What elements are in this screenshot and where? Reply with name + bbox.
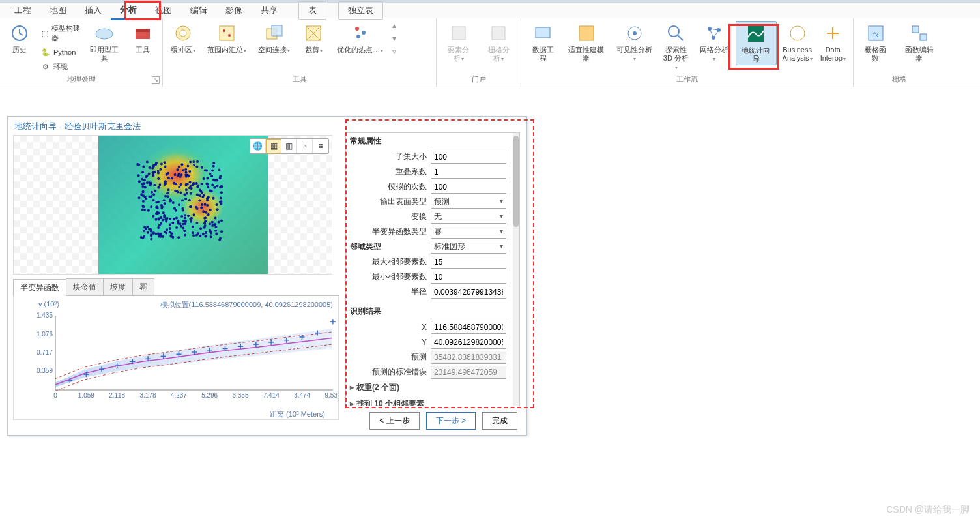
environments-button[interactable]: ⚙环境 <box>40 60 81 73</box>
identify-y[interactable] <box>431 336 506 349</box>
svg-point-100 <box>138 196 141 199</box>
tab-semivariogram[interactable]: 半变异函数 <box>13 279 66 296</box>
svg-point-321 <box>150 233 152 236</box>
visibility-button[interactable]: 可见性分析 <box>613 21 656 65</box>
subset-size-input[interactable] <box>431 151 506 164</box>
identify-x[interactable] <box>431 321 506 334</box>
svg-point-336 <box>212 179 215 181</box>
watermark: CSDN @请给我一脚 <box>886 504 970 516</box>
group-launcher[interactable]: ↘ <box>152 76 160 84</box>
data-engineering-button[interactable]: 数据工程 <box>526 21 559 64</box>
svg-point-172 <box>204 220 207 222</box>
finish-button[interactable]: 完成 <box>482 412 517 430</box>
tab-table[interactable]: 表 <box>298 1 326 20</box>
svg-point-168 <box>159 168 162 171</box>
tab-slope[interactable]: 坡度 <box>103 278 133 295</box>
svg-point-291 <box>220 185 223 188</box>
python-button[interactable]: 🐍Python <box>40 46 81 59</box>
svg-point-180 <box>152 193 155 196</box>
geostatistical-wizard-button[interactable]: 地统计向导 <box>736 21 777 65</box>
function-editor-button[interactable]: 函数编辑器 <box>899 21 940 64</box>
hotspot-button[interactable]: 优化的热点… <box>334 21 386 56</box>
min-neighbors-input[interactable] <box>431 271 506 284</box>
svg-point-283 <box>195 182 198 185</box>
svg-point-289 <box>174 190 177 192</box>
svg-text:0: 0 <box>53 392 57 399</box>
tab-view[interactable]: 视图 <box>146 2 181 19</box>
svg-point-188 <box>181 199 184 201</box>
exploratory-3d-button[interactable]: 探索性 3D 分析 <box>659 21 692 73</box>
network-analysis-button[interactable]: 网络分析 <box>696 21 732 65</box>
suitability-modeler-button[interactable]: 适宜性建模器 <box>563 21 609 64</box>
buffer-button[interactable]: 缓冲区 <box>168 21 198 56</box>
transform-select[interactable]: 无 <box>431 211 506 224</box>
tab-project[interactable]: 工程 <box>5 2 40 19</box>
summarize-within-button[interactable]: 范围内汇总 <box>205 21 249 56</box>
svg-point-284 <box>214 217 217 220</box>
scroll-up[interactable]: ▴ <box>392 21 403 30</box>
overlap-input[interactable] <box>431 166 506 179</box>
history-button[interactable]: 历史 <box>5 21 34 55</box>
svg-point-236 <box>209 222 211 225</box>
neighbors-found-expander[interactable]: 找到 10 个相邻要素 <box>346 396 519 406</box>
tab-edit[interactable]: 编辑 <box>181 2 216 19</box>
svg-point-343 <box>181 207 184 210</box>
svg-point-1 <box>96 29 113 39</box>
gallery-expand[interactable]: ▿ <box>392 47 403 56</box>
group-label-tools: 工具 <box>163 73 436 87</box>
tab-imagery[interactable]: 影像 <box>216 2 252 19</box>
svg-point-156 <box>201 166 203 169</box>
svg-rect-2 <box>136 31 150 39</box>
tab-insert[interactable]: 插入 <box>76 2 111 19</box>
simulations-input[interactable] <box>431 181 506 194</box>
prev-button[interactable]: < 上一步 <box>369 412 419 430</box>
business-analysis-button[interactable]: Business Analysis <box>781 21 814 65</box>
weights-expander[interactable]: 权重(2 个面) <box>346 380 519 396</box>
svg-point-112 <box>171 177 173 180</box>
radius-input[interactable] <box>431 286 506 299</box>
clip-button[interactable]: 裁剪 <box>299 21 328 56</box>
modelbuilder-button[interactable]: ⬚模型构建器 <box>40 22 81 44</box>
svg-point-307 <box>149 196 151 198</box>
svg-point-306 <box>199 227 202 230</box>
semivariogram-type-select[interactable]: 幂 <box>431 226 506 239</box>
next-button[interactable]: 下一步 > <box>426 412 476 430</box>
readytools-button[interactable]: 即用型工具 <box>87 21 122 64</box>
svg-point-90 <box>180 191 182 194</box>
svg-point-150 <box>146 160 149 163</box>
globe-icon[interactable]: 🌐 <box>250 139 266 153</box>
svg-point-102 <box>188 170 191 173</box>
ribbon-tabs: 工程 地图 插入 分析 视图 编辑 影像 共享 表 独立表 <box>0 0 980 18</box>
point-icon[interactable]: ∘ <box>297 139 313 153</box>
section-general: 常规属性 <box>346 133 519 149</box>
tab-analysis[interactable]: 分析 <box>111 1 146 20</box>
tab-standalone-table[interactable]: 独立表 <box>338 1 383 20</box>
svg-point-185 <box>189 218 192 220</box>
svg-point-305 <box>186 192 188 194</box>
neighborhood-type-select[interactable]: 标准圆形 <box>431 241 506 254</box>
max-neighbors-input[interactable] <box>431 256 506 269</box>
tab-nugget[interactable]: 块金值 <box>66 278 104 295</box>
tab-map[interactable]: 地图 <box>40 2 76 19</box>
semivariogram-tabs: 半变异函数 块金值 坡度 幂 <box>13 278 339 296</box>
data-interop-button[interactable]: Data Interop <box>818 21 848 65</box>
grid-icon[interactable]: ▥ <box>281 139 297 153</box>
preview-map[interactable]: 🌐 ▦ ▥ ∘ ≡ <box>13 135 332 275</box>
list-icon[interactable]: ≡ <box>313 139 328 153</box>
surface-icon[interactable]: ▦ <box>266 139 281 153</box>
tools-button[interactable]: 工具 <box>128 21 157 55</box>
svg-point-203 <box>157 226 160 229</box>
spatial-join-button[interactable]: 空间连接 <box>255 21 293 56</box>
svg-point-219 <box>204 216 207 219</box>
svg-point-264 <box>140 236 143 239</box>
svg-point-239 <box>178 166 180 168</box>
svg-point-314 <box>150 230 152 233</box>
raster-functions-button[interactable]: fx栅格函数 <box>859 21 893 64</box>
tab-share[interactable]: 共享 <box>252 2 287 19</box>
svg-rect-10 <box>272 25 282 36</box>
property-scrollbar[interactable] <box>513 133 519 406</box>
svg-point-227 <box>155 206 158 209</box>
scroll-down[interactable]: ▾ <box>392 34 403 43</box>
tab-power[interactable]: 幂 <box>132 278 154 295</box>
surface-type-select[interactable]: 预测 <box>431 196 506 209</box>
